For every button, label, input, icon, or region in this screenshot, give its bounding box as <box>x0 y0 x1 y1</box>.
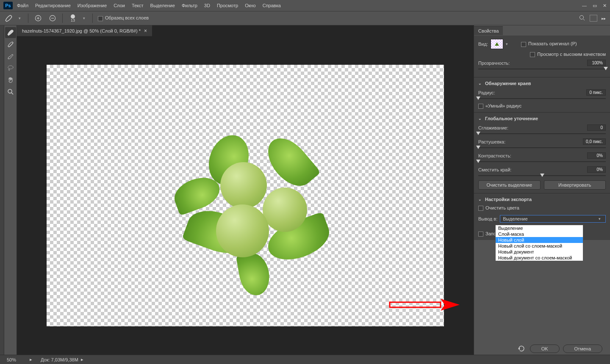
chevron-down-icon[interactable]: ▾ <box>19 16 23 20</box>
menu-filter[interactable]: Фильтр <box>182 3 197 8</box>
smooth-value[interactable]: 0 <box>587 124 606 131</box>
left-collapse-strip[interactable] <box>0 25 4 355</box>
properties-panel: Свойства Вид: ▾ Показать оригинал (P) Пр… <box>474 25 610 355</box>
toolbar <box>4 25 17 355</box>
menu-image[interactable]: Изображение <box>78 3 107 8</box>
smart-radius-checkbox[interactable]: «Умный» радиус <box>478 103 521 108</box>
high-quality-checkbox[interactable]: Просмотр с высоким качеством <box>530 52 606 57</box>
dropdown-option[interactable]: Слой-маска <box>496 231 583 237</box>
feather-slider[interactable] <box>478 146 606 150</box>
dropdown-option[interactable]: Новый документ со слоем-маской <box>496 255 583 261</box>
reset-icon[interactable] <box>516 345 527 353</box>
add-to-selection-icon[interactable] <box>33 14 43 23</box>
feather-label: Растушевка: <box>478 139 505 144</box>
zoom-tool[interactable] <box>5 86 16 97</box>
smooth-label: Сглаживание: <box>478 125 508 130</box>
brush-tool[interactable] <box>5 51 16 62</box>
minimize-icon[interactable]: — <box>582 3 587 8</box>
output-to-select[interactable]: Выделение ▾ <box>500 215 606 223</box>
sample-all-layers-checkbox[interactable]: Образец всех слоев <box>98 15 149 21</box>
clear-selection-button[interactable]: Очистить выделение <box>478 180 541 190</box>
app-logo: Ps <box>3 2 13 9</box>
title-bar: Ps Файл Редактирование Изображение Слои … <box>0 0 610 11</box>
chevron-down-icon[interactable]: ▾ <box>83 16 87 20</box>
opacity-label: Прозрачность: <box>478 61 510 66</box>
search-icon[interactable] <box>579 14 585 22</box>
cancel-button[interactable]: Отмена <box>563 345 602 353</box>
svg-rect-10 <box>390 302 441 307</box>
image-content <box>169 120 339 289</box>
feather-value[interactable]: 0,0 пикс. <box>583 138 606 145</box>
svg-point-7 <box>8 66 13 69</box>
shift-edge-value[interactable]: 0% <box>587 166 606 173</box>
edge-detection-section[interactable]: ⌄Обнаружение краев <box>478 81 606 86</box>
document-tab[interactable]: hazelnuts-1574367_1920.jpg @ 50% (Слой 0… <box>17 25 152 36</box>
brush-size-preview[interactable]: 13 <box>68 13 78 23</box>
status-chevron-icon[interactable]: ▸ <box>30 357 32 362</box>
zoom-level[interactable]: 50% <box>4 357 30 362</box>
brush-size-value: 13 <box>71 18 75 22</box>
radius-slider[interactable] <box>478 97 606 101</box>
smooth-slider[interactable] <box>478 132 606 136</box>
dropdown-option[interactable]: Новый слой со слоем-маской <box>496 243 583 249</box>
export-settings-section[interactable]: ⌄Настройки экспорта <box>478 197 606 202</box>
ok-button[interactable]: OK <box>530 345 560 353</box>
workspace-switcher[interactable] <box>590 15 597 22</box>
svg-line-6 <box>583 19 585 20</box>
menu-edit[interactable]: Редактирование <box>35 3 71 8</box>
shift-edge-slider[interactable] <box>478 174 606 178</box>
canvas[interactable] <box>47 65 444 326</box>
opacity-value[interactable]: 100% <box>587 60 606 66</box>
main-workspace: hazelnuts-1574367_1920.jpg @ 50% (Слой 0… <box>0 25 610 355</box>
chevron-down-icon[interactable]: ▾ <box>506 42 510 46</box>
status-chevron-icon[interactable]: ▸ <box>81 357 83 362</box>
view-thumbnail[interactable] <box>491 39 503 49</box>
document-size: Док: 7,03M/9,38M <box>41 357 78 362</box>
maximize-icon[interactable]: ▭ <box>593 3 597 8</box>
output-to-label: Вывод в: <box>478 216 497 221</box>
svg-point-5 <box>580 16 584 19</box>
properties-tab[interactable]: Свойства <box>474 26 503 35</box>
menu-3d[interactable]: 3D <box>204 3 210 8</box>
dropdown-option[interactable]: Выделение <box>496 225 583 231</box>
menu-window[interactable]: Окно <box>245 3 256 8</box>
dropdown-option-selected[interactable]: Новый слой <box>496 237 583 243</box>
svg-point-8 <box>8 89 12 93</box>
menu-text[interactable]: Текст <box>132 3 144 8</box>
tool-preset-icon[interactable] <box>4 14 14 23</box>
svg-marker-11 <box>441 299 460 311</box>
close-icon[interactable]: ✕ <box>603 3 607 8</box>
options-bar: ▾ 13 ▾ Образец всех слоев ▸▸ <box>0 11 610 25</box>
view-label: Вид: <box>478 41 488 47</box>
global-refine-section[interactable]: ⌄Глобальное уточнение <box>478 116 606 121</box>
output-to-dropdown: Выделение Слой-маска Новый слой Новый сл… <box>495 225 583 261</box>
quick-selection-tool[interactable] <box>5 27 16 38</box>
main-menu: Файл Редактирование Изображение Слои Тек… <box>17 3 281 8</box>
chevron-down-icon: ▾ <box>599 217 603 221</box>
window-controls: — ▭ ✕ <box>582 3 607 8</box>
refine-edge-brush-tool[interactable] <box>5 39 16 50</box>
menu-select[interactable]: Выделение <box>150 3 175 8</box>
contrast-label: Контрастность: <box>478 153 511 158</box>
menu-file[interactable]: Файл <box>17 3 28 8</box>
menu-view[interactable]: Просмотр <box>217 3 238 8</box>
dropdown-option[interactable]: Новый документ <box>496 249 583 255</box>
opacity-slider[interactable] <box>478 67 606 71</box>
status-bar: 50% ▸ Док: 7,03M/9,38M ▸ <box>0 355 610 364</box>
radius-value[interactable]: 0 пикс. <box>586 89 606 96</box>
invert-button[interactable]: Инвертировать <box>544 180 606 190</box>
hand-tool[interactable] <box>5 74 16 85</box>
svg-line-9 <box>11 93 13 94</box>
expand-panels-icon[interactable]: ▸▸ <box>602 16 606 21</box>
annotation-arrow <box>390 299 462 312</box>
subtract-from-selection-icon[interactable] <box>48 14 57 23</box>
contrast-slider[interactable] <box>478 160 606 164</box>
close-tab-icon[interactable]: × <box>144 28 147 34</box>
contrast-value[interactable]: 0% <box>587 152 606 159</box>
lasso-tool[interactable] <box>5 63 16 74</box>
decontaminate-colors-checkbox[interactable]: Очистить цвета <box>478 205 519 210</box>
show-original-checkbox[interactable]: Показать оригинал (P) <box>521 41 577 47</box>
menu-layers[interactable]: Слои <box>114 3 125 8</box>
radius-label: Радиус: <box>478 90 495 95</box>
menu-help[interactable]: Справка <box>263 3 281 8</box>
